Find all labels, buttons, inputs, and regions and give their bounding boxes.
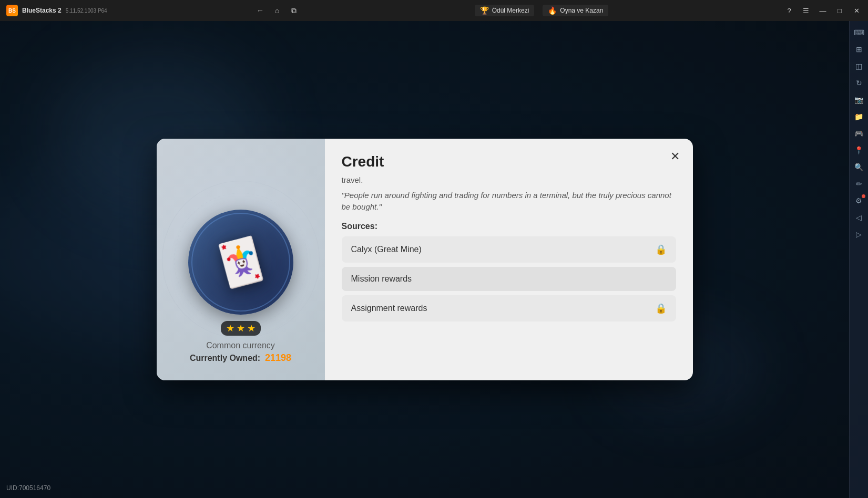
main-area: 🃏 ★ ★ ★ Common currency Currently Owned:… — [0, 21, 849, 498]
title-bar-left: BS BlueStacks 2 5.11.52.1003 P64 — [0, 5, 249, 16]
source-assignment-label: Assignment rewards — [351, 304, 427, 313]
keyboard-icon[interactable]: ⌨ — [852, 25, 866, 40]
play-earn-label: Oyna ve Kazan — [560, 7, 603, 14]
reward-center-icon: 🏆 — [480, 6, 489, 15]
star-rating: ★ ★ ★ — [221, 321, 261, 336]
star-1: ★ — [226, 323, 234, 334]
layers-icon[interactable]: ⊞ — [852, 42, 866, 57]
uid-label: UID:700516470 — [6, 484, 50, 492]
item-owned-text: Currently Owned: — [190, 354, 260, 362]
app-logo: BS — [6, 5, 18, 16]
close-window-button[interactable]: ✕ — [849, 3, 864, 18]
sync-icon[interactable]: ↻ — [852, 76, 866, 90]
minimize-button[interactable]: — — [815, 3, 830, 18]
item-image-icon: 🃏 — [209, 232, 272, 293]
grid-icon[interactable]: ◫ — [852, 59, 866, 74]
menu-button[interactable]: ☰ — [799, 3, 813, 18]
title-bar-center: 🏆 Ödül Merkezi 🔥 Oyna ve Kazan — [305, 5, 778, 16]
source-mission-label: Mission rewards — [351, 274, 412, 284]
source-mission[interactable]: Mission rewards — [342, 267, 676, 291]
source-calyx-label: Calyx (Great Mine) — [351, 245, 422, 254]
dialog-quote: "People run around fighting and trading … — [342, 190, 676, 213]
play-earn-icon: 🔥 — [548, 6, 557, 15]
copy-button[interactable]: ⧉ — [287, 3, 301, 18]
calyx-lock-icon: 🔒 — [655, 244, 667, 255]
title-bar-right: ? ☰ — □ ✕ — [778, 3, 868, 18]
title-bar-nav: ← ⌂ ⧉ — [249, 3, 305, 18]
dialog-overlay: 🃏 ★ ★ ★ Common currency Currently Owned:… — [0, 21, 849, 498]
dialog-right-panel[interactable]: ✕ Credit travel. "People run around figh… — [325, 139, 693, 380]
dialog-title: Credit — [342, 153, 676, 170]
expand-right-icon[interactable]: ▷ — [852, 227, 866, 242]
app-version: 5.11.52.1003 P64 — [66, 8, 107, 14]
reward-center-label: Ödül Merkezi — [492, 7, 529, 14]
maximize-button[interactable]: □ — [832, 3, 847, 18]
settings-icon[interactable]: ⚙ — [852, 193, 866, 208]
search-icon[interactable]: 🔍 — [852, 160, 866, 174]
source-assignment[interactable]: Assignment rewards 🔒 — [342, 295, 676, 321]
home-button[interactable]: ⌂ — [270, 3, 284, 18]
erase-icon[interactable]: ✏ — [852, 177, 866, 191]
item-image-circle: 🃏 — [188, 210, 293, 315]
star-2: ★ — [237, 323, 245, 334]
title-bar: BS BlueStacks 2 5.11.52.1003 P64 ← ⌂ ⧉ 🏆… — [0, 0, 868, 21]
help-button[interactable]: ? — [782, 3, 796, 18]
dialog-close-button[interactable]: ✕ — [666, 147, 685, 166]
settings-badge — [862, 194, 865, 198]
gamepad-icon[interactable]: 🎮 — [852, 126, 866, 141]
right-sidebar: ⌨ ⊞ ◫ ↻ 📷 📁 🎮 📍 🔍 ✏ ⚙ ◁ ▷ — [849, 21, 868, 498]
source-calyx[interactable]: Calyx (Great Mine) 🔒 — [342, 236, 676, 263]
reward-center-badge[interactable]: 🏆 Ödül Merkezi — [475, 5, 535, 16]
folder-icon[interactable]: 📁 — [852, 109, 866, 124]
item-owned-label: Currently Owned: 21198 — [190, 352, 291, 364]
play-earn-badge[interactable]: 🔥 Oyna ve Kazan — [543, 5, 608, 16]
assignment-lock-icon: 🔒 — [655, 303, 667, 314]
dialog-description-partial: travel. — [342, 174, 676, 186]
sources-label: Sources: — [342, 222, 676, 231]
collapse-left-icon[interactable]: ◁ — [852, 210, 866, 225]
item-type-label: Common currency — [206, 341, 275, 350]
dialog-left-panel: 🃏 ★ ★ ★ Common currency Currently Owned:… — [157, 139, 325, 380]
item-owned-value: 21198 — [265, 352, 291, 363]
credit-dialog: 🃏 ★ ★ ★ Common currency Currently Owned:… — [157, 139, 693, 380]
back-button[interactable]: ← — [253, 3, 268, 18]
star-3: ★ — [247, 323, 256, 334]
app-name: BlueStacks 2 — [22, 7, 62, 14]
camera-icon[interactable]: 📷 — [852, 92, 866, 107]
location-icon[interactable]: 📍 — [852, 143, 866, 158]
